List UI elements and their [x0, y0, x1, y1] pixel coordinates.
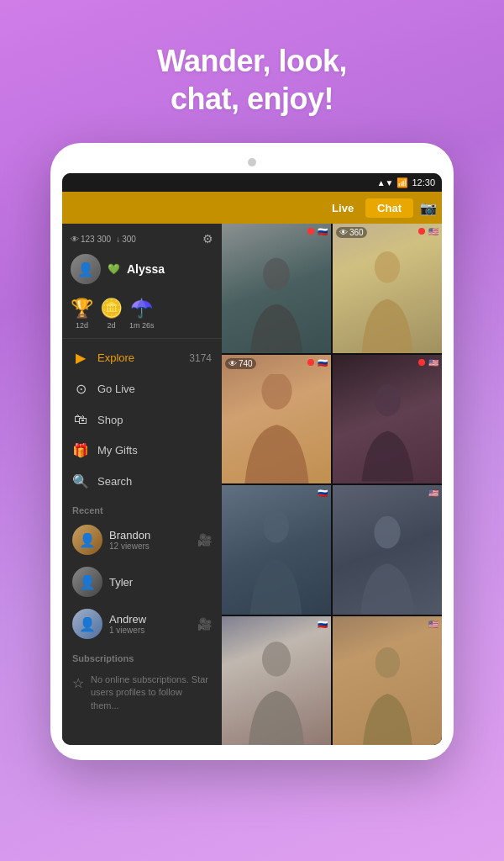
video-cell-5[interactable]: 🇷🇺	[222, 485, 331, 615]
svg-point-1	[375, 251, 400, 283]
person-silhouette-1	[233, 256, 320, 352]
svg-point-2	[261, 374, 291, 409]
subscriptions-title: Subscriptions	[62, 645, 222, 667]
flag-6: 🇺🇸	[428, 489, 438, 498]
settings-icon[interactable]: ⚙	[202, 232, 213, 246]
nav-search[interactable]: 🔍 Search	[62, 466, 222, 497]
overlay-3: 🇷🇺	[307, 358, 328, 367]
tagline-line2: chat, enjoy!	[157, 80, 347, 118]
badge-vip: 🏆 12d	[71, 298, 93, 330]
andrew-info: Andrew 1 viewers	[109, 613, 191, 635]
svg-point-6	[262, 642, 291, 677]
overlay-8: 🇺🇸	[428, 620, 438, 629]
live-dot-2	[418, 228, 425, 235]
tyler-name: Tyler	[109, 576, 212, 589]
video-icon-brandon: 🎥	[197, 533, 212, 547]
video-cell-4[interactable]: 🇺🇸	[333, 355, 442, 484]
person-silhouette-6	[344, 514, 431, 615]
view-stats: 👁 123 300	[71, 235, 111, 244]
svg-point-3	[375, 384, 401, 416]
signal-icon: ▲▼	[377, 178, 394, 188]
status-bar: ▲▼ 📶 12:30	[62, 173, 442, 192]
count-2: 360	[349, 228, 364, 237]
video-cell-2[interactable]: 🇺🇸 👁 360	[333, 224, 442, 353]
flag-3: 🇷🇺	[318, 358, 328, 367]
video-cell-8[interactable]: 🇺🇸	[333, 616, 442, 746]
person-silhouette-8	[346, 644, 429, 745]
person-silhouette-4	[349, 380, 426, 483]
brandon-viewers: 12 viewers	[109, 541, 191, 551]
sidebar-stats: 👁 123 300 ↓ 300	[71, 235, 136, 244]
search-icon: 🔍	[72, 473, 89, 489]
overlay-4: 🇺🇸	[418, 358, 438, 367]
nav-golive[interactable]: ⊙ Go Live	[62, 373, 222, 404]
svg-point-4	[263, 510, 289, 543]
video-cell-7[interactable]: 🇷🇺	[222, 616, 331, 746]
explore-count: 3174	[189, 352, 212, 364]
recent-andrew[interactable]: 👤 Andrew 1 viewers 🎥	[62, 603, 222, 645]
search-label: Search	[97, 475, 132, 488]
follower-stats: ↓ 300	[116, 235, 136, 244]
andrew-name: Andrew	[109, 613, 191, 626]
heart-icon: 💚	[108, 263, 120, 275]
person-silhouette-3	[228, 374, 326, 483]
coin-icon: 🪙	[100, 298, 123, 320]
overlay-2: 🇺🇸	[418, 227, 438, 236]
no-subs-text: No online subscriptions. Star users prof…	[91, 673, 212, 712]
sidebar: 👁 123 300 ↓ 300 ⚙ 👤 💚 Alyssa	[62, 224, 222, 745]
divider-1	[62, 338, 222, 339]
svg-point-0	[263, 258, 290, 291]
top-nav-bar: Live Chat 📷	[62, 192, 442, 224]
gifts-label: My Gifts	[97, 444, 138, 457]
no-subscriptions: ☆ No online subscriptions. Star users pr…	[62, 667, 222, 719]
view-count-2: 👁 360	[336, 227, 367, 238]
nav-explore[interactable]: ▶ Explore 3174	[62, 342, 222, 373]
andrew-viewers: 1 viewers	[109, 626, 191, 635]
camera-icon[interactable]: 📷	[420, 200, 437, 216]
main-content: 👁 123 300 ↓ 300 ⚙ 👤 💚 Alyssa	[62, 224, 442, 745]
time-display: 12:30	[412, 177, 435, 188]
wifi-icon: 📶	[396, 177, 408, 188]
nav-shop[interactable]: 🛍 Shop	[62, 404, 222, 435]
gifts-icon: 🎁	[72, 442, 89, 458]
flag-2: 🇺🇸	[428, 227, 438, 236]
user-avatar: 👤	[71, 254, 101, 284]
svg-point-5	[374, 516, 400, 549]
person-silhouette-2	[344, 250, 431, 353]
tab-chat[interactable]: Chat	[365, 198, 413, 218]
person-silhouette-5	[230, 509, 322, 615]
golive-label: Go Live	[97, 383, 135, 395]
star-icon: ☆	[72, 675, 84, 691]
recent-section-title: Recent	[62, 497, 222, 519]
eye-icon: 👁	[71, 235, 79, 244]
flag-7: 🇷🇺	[318, 620, 328, 629]
user-badges: 🏆 12d 🪙 2d ☂️ 1m 26s	[62, 293, 222, 335]
recent-tyler[interactable]: 👤 Tyler	[62, 561, 222, 603]
video-cell-1[interactable]: 🇷🇺	[222, 224, 331, 353]
recent-brandon[interactable]: 👤 Brandon 12 viewers 🎥	[62, 519, 222, 561]
overlay-7: 🇷🇺	[318, 620, 328, 629]
tab-live[interactable]: Live	[320, 198, 365, 218]
flag-5: 🇷🇺	[318, 489, 328, 498]
badge-coin: 🪙 2d	[100, 298, 123, 330]
andrew-avatar: 👤	[72, 609, 102, 639]
user-profile: 👤 💚 Alyssa	[62, 251, 222, 293]
badge-time-3: 1m 26s	[129, 321, 155, 330]
device-camera	[248, 158, 256, 166]
video-icon-andrew: 🎥	[197, 617, 212, 631]
device-screen: ▲▼ 📶 12:30 Live Chat 📷 👁 123 300	[62, 173, 442, 745]
tyler-avatar: 👤	[72, 567, 102, 597]
video-cell-6[interactable]: 🇺🇸	[333, 485, 442, 615]
flag-1: 🇷🇺	[318, 227, 328, 236]
video-cell-3[interactable]: 🇷🇺 👁 740	[222, 355, 331, 484]
overlay-6: 🇺🇸	[428, 489, 438, 498]
brandon-name: Brandon	[109, 529, 191, 541]
brandon-avatar: 👤	[72, 525, 102, 555]
live-dot-1	[307, 228, 314, 235]
video-grid: 🇷🇺 🇺🇸 👁 360	[222, 224, 442, 745]
nav-mygifts[interactable]: 🎁 My Gifts	[62, 435, 222, 466]
overlay-5: 🇷🇺	[318, 489, 328, 498]
tagline: Wander, look, chat, enjoy!	[157, 42, 347, 118]
umbrella-icon: ☂️	[130, 298, 153, 320]
eye-icon-3: 👁	[228, 359, 237, 368]
